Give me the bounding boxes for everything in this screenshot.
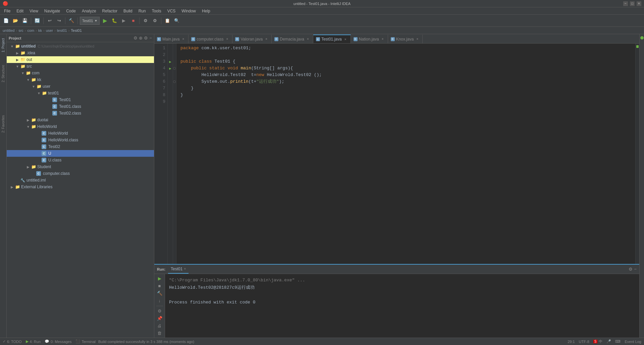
code-editor[interactable]: 1 2 3 4 5 6 7 8 9 ▶ ▶ — [154, 44, 639, 264]
panel-sync-icon[interactable]: ⚙ — [133, 36, 138, 41]
run-tab-test01[interactable]: Test01 × — [168, 265, 189, 274]
tab-valoran-java[interactable]: C Valoran.java × — [232, 34, 272, 43]
hammer-button[interactable]: 🔨 — [67, 17, 75, 25]
menu-run[interactable]: Run — [136, 8, 149, 14]
minimize-button[interactable]: − — [623, 1, 628, 6]
tab-computer-class[interactable]: C computer.class × — [189, 34, 232, 43]
search-everywhere-button[interactable]: 🔍 — [173, 17, 181, 25]
settings-button[interactable]: ⚙ — [151, 17, 159, 25]
tasks-button[interactable]: 📋 — [163, 17, 171, 25]
tab-close-main[interactable]: × — [181, 37, 185, 42]
tree-item-out[interactable]: ▶ 📁 out — [7, 56, 154, 63]
tab-close-computer[interactable]: × — [225, 37, 229, 42]
status-eventlog[interactable]: Event Log — [625, 340, 641, 344]
coverage-button[interactable]: ▶ — [120, 17, 128, 25]
tab-knox-java[interactable]: C Knox.java × — [388, 34, 423, 43]
tab-close-knox[interactable]: × — [415, 37, 420, 42]
breadcrumb-item-src[interactable]: src — [18, 28, 23, 32]
menu-build[interactable]: Build — [121, 8, 135, 14]
stop-button[interactable]: ■ — [129, 17, 137, 25]
code-content[interactable]: package com.kk.user.test01; public class… — [176, 44, 635, 264]
tab-close-demacia[interactable]: × — [306, 37, 310, 42]
run-print-button[interactable]: 🖨 — [156, 323, 163, 329]
sync-button[interactable]: 🔄 — [33, 17, 41, 25]
run-stop-button[interactable]: ■ — [156, 283, 163, 289]
debug-button[interactable]: 🐛 — [110, 17, 118, 25]
tree-item-U-class[interactable]: ▶ C U.class — [7, 157, 154, 163]
run-scroll-end-button[interactable]: ↓ — [156, 297, 163, 303]
sdk-button[interactable]: ⚙ — [142, 17, 150, 25]
status-lang[interactable]: S 中 — [593, 339, 603, 344]
tree-item-external-libs[interactable]: ▶ 📁 External Libraries — [7, 184, 154, 190]
tree-item-Test02-java[interactable]: ▶ C Test02 — [7, 143, 154, 150]
tree-item-user[interactable]: ▼ 📁 user — [7, 83, 154, 90]
tab-project-vertical[interactable]: 1: Project — [1, 36, 6, 55]
tree-item-test01-folder[interactable]: ▼ 📁 test01 — [7, 90, 154, 96]
breadcrumb-item-com[interactable]: com — [28, 28, 35, 32]
tree-item-computer-class[interactable]: ▶ C computer.class — [7, 170, 154, 177]
run-tab-close-icon[interactable]: × — [184, 267, 186, 271]
menu-file[interactable]: File — [1, 8, 13, 14]
tab-close-nation[interactable]: × — [380, 37, 385, 42]
breadcrumb-item-untitled[interactable]: untitled — [3, 28, 14, 32]
run-config-selector[interactable]: Test01 ▼ — [80, 17, 100, 25]
breadcrumb-item-user[interactable]: user — [46, 28, 53, 32]
panel-settings-icon[interactable]: ⚙ — [144, 36, 148, 41]
tree-item-Test01-class[interactable]: ▶ C Test01.class — [7, 103, 154, 110]
breadcrumb-item-kk[interactable]: kk — [38, 28, 42, 32]
run-settings-icon[interactable]: ⚙ — [629, 267, 633, 272]
menu-refactor[interactable]: Refactor — [100, 8, 120, 14]
breadcrumb-item-Test01[interactable]: Test01 — [71, 28, 82, 32]
status-encoding[interactable]: UTF-8 — [579, 340, 589, 344]
tree-item-untitled[interactable]: ▼ 📁 untitled C:\Users\hqk\Desktop\java\u… — [7, 43, 154, 50]
tree-item-Test02-class[interactable]: ▶ C Test02.class — [7, 110, 154, 117]
tree-item-src[interactable]: ▼ 📁 src — [7, 63, 154, 70]
run-build-button[interactable]: 🔨 — [156, 290, 163, 296]
tree-item-HelloWorld-class[interactable]: ▶ C HelloWorld.class — [7, 137, 154, 143]
tree-item-untitled-iml[interactable]: ▶ 🔧 untitled.iml — [7, 177, 154, 184]
panel-gear-icon[interactable]: ⊕ — [139, 36, 143, 41]
menu-window[interactable]: Window — [179, 8, 199, 14]
status-mic[interactable]: 🎤 — [606, 339, 611, 344]
menu-help[interactable]: Help — [199, 8, 213, 14]
menu-vcs[interactable]: VCS — [165, 8, 178, 14]
tab-structure-vertical[interactable]: 2: Structure — [1, 62, 6, 85]
status-run[interactable]: ▶ 4: Run — [26, 339, 41, 344]
status-terminal[interactable]: ⬛ Terminal — [75, 339, 96, 344]
status-messages[interactable]: 💬 0: Messages — [45, 339, 71, 344]
panel-collapse-icon[interactable]: − — [149, 36, 152, 41]
tab-favorites-vertical[interactable]: 2: Favorites — [1, 113, 6, 135]
tree-item-idea[interactable]: ▶ 📁 .idea — [7, 50, 154, 56]
status-cursor[interactable]: 29:1 — [568, 340, 575, 344]
tab-demacia-java[interactable]: C Demacia.java × — [272, 34, 313, 43]
tree-item-kk[interactable]: ▼ 📁 kk — [7, 76, 154, 83]
run-button[interactable]: ▶ — [101, 17, 109, 25]
tree-item-com[interactable]: ▼ 📁 com — [7, 70, 154, 76]
new-file-button[interactable]: 📄 — [2, 17, 10, 25]
rerun-button[interactable]: ▶ — [156, 275, 163, 281]
undo-button[interactable]: ↩ — [46, 17, 54, 25]
tree-item-Test01-java[interactable]: ▶ C Test01 — [7, 96, 154, 103]
open-button[interactable]: 📂 — [11, 17, 19, 25]
run-settings-btn[interactable]: ⚙ — [156, 308, 163, 314]
tab-close-valoran[interactable]: × — [264, 37, 269, 42]
close-button[interactable]: × — [637, 1, 641, 6]
menu-analyze[interactable]: Analyze — [79, 8, 99, 14]
run-collapse-icon[interactable]: − — [634, 267, 637, 272]
tree-item-duotai[interactable]: ▶ 📁 duotai — [7, 117, 154, 123]
save-all-button[interactable]: 💾 — [21, 17, 29, 25]
maximize-button[interactable]: □ — [630, 1, 635, 6]
menu-view[interactable]: View — [27, 8, 41, 14]
run-pin-button[interactable]: 📌 — [156, 316, 163, 322]
tree-item-HelloWorld-java[interactable]: ▶ C HelloWorld — [7, 130, 154, 137]
tree-item-U[interactable]: ▶ C U — [7, 150, 154, 157]
tab-nation-java[interactable]: C Nation.java × — [351, 34, 388, 43]
run-clear-button[interactable]: 🗑 — [156, 330, 163, 336]
status-todo[interactable]: ✓ 6: TODO — [3, 339, 22, 344]
menu-edit[interactable]: Edit — [14, 8, 26, 14]
tree-item-HelloWorld-folder[interactable]: ▼ 📁 HelloWorld — [7, 123, 154, 130]
menu-tools[interactable]: Tools — [149, 8, 164, 14]
redo-button[interactable]: ↪ — [55, 17, 63, 25]
tree-item-Student[interactable]: ▶ 📁 Student — [7, 163, 154, 170]
tab-main-java[interactable]: C Main.java × — [154, 34, 189, 43]
